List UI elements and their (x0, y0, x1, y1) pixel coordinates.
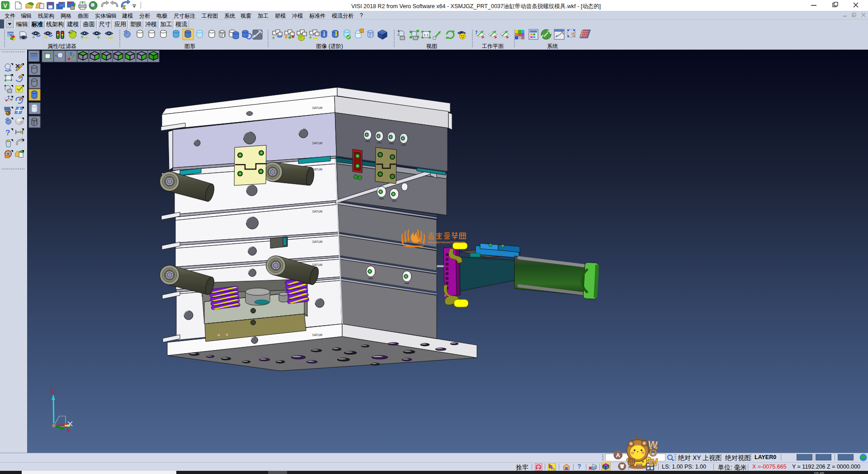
svg-text:-: - (397, 33, 399, 37)
svg-text:DATUM: DATUM (312, 263, 322, 266)
svg-text:DATUM: DATUM (312, 333, 322, 337)
svg-text:W: W (648, 456, 659, 468)
svg-text:Z: Z (51, 388, 54, 393)
svg-text:1:1: 1:1 (424, 33, 429, 37)
svg-text:A: A (616, 452, 620, 459)
svg-text:+: + (309, 34, 312, 41)
svg-text:Y: Y (67, 428, 71, 433)
svg-text:DATUM: DATUM (312, 142, 322, 145)
svg-text:+: + (97, 34, 100, 41)
svg-text:+: + (32, 34, 35, 40)
svg-text:?: ? (5, 128, 10, 137)
svg-text:+: + (80, 34, 84, 40)
svg-text:+: + (272, 34, 275, 41)
svg-text:DATUM: DATUM (312, 106, 322, 109)
svg-text:+: + (4, 84, 6, 88)
svg-text:INTELLIGENT MANUFACTURING DATA: INTELLIGENT MANUFACTURING DATA (428, 241, 465, 244)
svg-text:DATUM: DATUM (312, 210, 322, 213)
svg-text:DATUM: DATUM (312, 168, 322, 171)
svg-text:DATUM: DATUM (312, 240, 322, 243)
